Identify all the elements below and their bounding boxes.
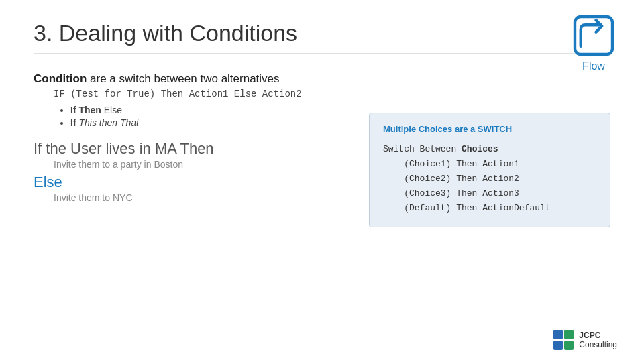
flow-icon <box>570 12 617 59</box>
switch-row-4: (Default) Then ActionDefault <box>383 201 596 216</box>
if-heading: If the User lives in MA Then <box>34 140 349 158</box>
bullet-list: If Then Else If This then That <box>70 105 349 128</box>
right-panel: Multiple Choices are a SWITCH Switch Bet… <box>369 113 610 227</box>
sq-p <box>553 341 563 350</box>
condition-rest: are a switch between two alternatives <box>87 72 279 85</box>
bullet-item-2: If This then That <box>70 117 349 128</box>
switch-intro-line: Switch Between Choices <box>383 142 596 157</box>
bullet1-bold: If Then <box>70 105 101 115</box>
switch-row-2: (Choice2) Then Action2 <box>383 172 596 186</box>
else-heading: Else <box>34 174 349 191</box>
jcpc-sub: Consulting <box>579 340 617 349</box>
bullet2-bold: If <box>70 117 76 128</box>
bullet2-rest: This then That <box>76 117 139 128</box>
if-else-section: If the User lives in MA Then Invite them… <box>34 140 349 203</box>
sq-c1 <box>564 330 574 339</box>
main-content: Condition are a switch between two alter… <box>34 72 610 227</box>
switch-row-3: (Choice3) Then Action3 <box>383 186 596 201</box>
condition-bold: Condition <box>34 72 87 85</box>
switch-intro: Switch Between <box>383 144 462 154</box>
jcpc-squares <box>553 330 574 350</box>
else-sub: Invite them to NYC <box>54 192 349 203</box>
slide: 3. Dealing with Conditions Flow Conditio… <box>0 0 644 362</box>
flow-icon-area: Flow <box>570 12 617 72</box>
if-sub: Invite them to a party in Boston <box>54 159 349 170</box>
bullet1-rest: Else <box>101 105 122 115</box>
panel-title: Multiple Choices are a SWITCH <box>383 124 596 134</box>
jcpc-text: JCPC Consulting <box>579 330 617 350</box>
sq-c2 <box>564 341 574 350</box>
switch-bold: Choices <box>462 144 498 154</box>
sq-j <box>553 330 563 339</box>
page-title: 3. Dealing with Conditions <box>34 20 610 54</box>
switch-code: Switch Between Choices (Choice1) Then Ac… <box>383 142 596 216</box>
bullet-item-1: If Then Else <box>70 105 349 115</box>
left-section: Condition are a switch between two alter… <box>34 72 349 227</box>
code-line: IF (Test for True) Then Action1 Else Act… <box>54 88 349 99</box>
condition-heading: Condition are a switch between two alter… <box>34 72 349 86</box>
switch-row-1: (Choice1) Then Action1 <box>383 157 596 172</box>
jcpc-logo: JCPC Consulting <box>553 330 617 350</box>
flow-label: Flow <box>582 60 605 72</box>
jcpc-name: JCPC <box>579 330 617 340</box>
